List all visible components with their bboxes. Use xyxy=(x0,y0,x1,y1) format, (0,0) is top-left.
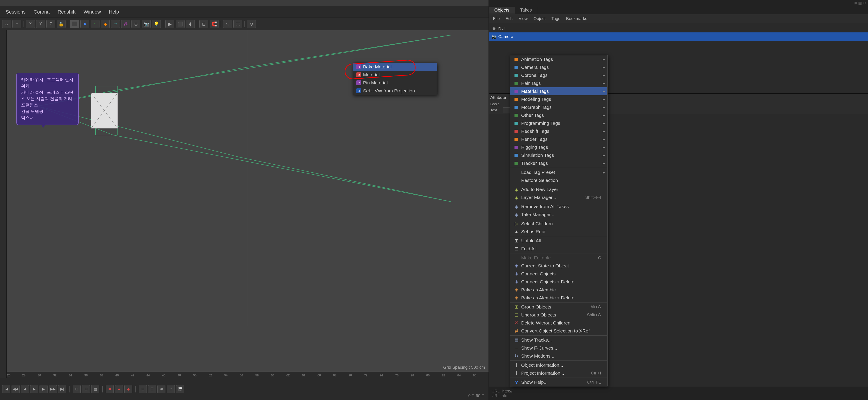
cm-rigging-tags[interactable]: Rigging Tags xyxy=(510,143,607,151)
cm-ungroup-objects[interactable]: ⊟ Ungroup Objects Shift+G xyxy=(510,311,607,319)
sm-set-uvw[interactable]: U Set UVW from Projection... xyxy=(353,87,437,95)
timeline-auto-btn[interactable]: ● xyxy=(115,385,123,393)
timeline-start-btn[interactable]: |◀ xyxy=(2,385,10,393)
cm-make-editable[interactable]: Make Editable C xyxy=(510,254,607,262)
cm-show-help[interactable]: ? Show Help... Ctrl+F1 xyxy=(510,378,607,386)
toolbar-lock-btn[interactable]: 🔒 xyxy=(57,20,65,28)
timeline-snap-btn[interactable]: ⊕ xyxy=(157,385,165,393)
timeline-anim-btn[interactable]: 🎬 xyxy=(176,385,184,393)
menu-corona[interactable]: Corona xyxy=(30,8,53,16)
objects-menu-tags[interactable]: Tags xyxy=(549,16,562,22)
toolbar-z-btn[interactable]: Z xyxy=(46,20,55,28)
toolbar-mode-btn[interactable]: ⬚ xyxy=(234,20,242,28)
cm-group-objects[interactable]: ⊞ Group Objects Alt+G xyxy=(510,303,607,311)
toolbar-render-btn[interactable]: ▶ xyxy=(165,20,174,28)
tab-takes[interactable]: Takes xyxy=(515,7,537,13)
timeline-record-btn[interactable]: ⏺ xyxy=(106,385,114,393)
object-item-null[interactable]: ⊕ Null xyxy=(489,24,868,32)
timeline-mode2-btn[interactable]: ⊟ xyxy=(82,385,90,393)
toolbar-render3-btn[interactable]: ⧫ xyxy=(186,20,195,28)
cm-bake-alembic[interactable]: ◈ Bake as Alembic xyxy=(510,286,607,294)
cm-tracker-tags[interactable]: Tracker Tags xyxy=(510,159,607,167)
timeline-play-btn[interactable]: ▶ xyxy=(30,385,38,393)
cm-camera-tags[interactable]: Camera Tags xyxy=(510,63,607,71)
cm-convert-obj-sel[interactable]: ⇄ Convert Object Selection to XRef xyxy=(510,327,607,335)
timeline-extra-btn[interactable]: ⊙ xyxy=(167,385,175,393)
toolbar-null-btn[interactable]: ⬛ xyxy=(70,20,79,28)
objects-menu-file[interactable]: File xyxy=(491,16,502,22)
cm-material-tags[interactable]: Material Tags xyxy=(510,87,607,95)
cm-load-tag-preset[interactable]: Load Tag Preset xyxy=(510,168,607,176)
cm-hair-tags[interactable]: Hair Tags xyxy=(510,79,607,87)
toolbar-render2-btn[interactable]: ⬛ xyxy=(176,20,185,28)
toolbar-camera-btn[interactable]: 📷 xyxy=(142,20,151,28)
toolbar-deform-btn[interactable]: ≋ xyxy=(111,20,120,28)
toolbar-field-btn[interactable]: ⊕ xyxy=(131,20,140,28)
timeline-prev-btn[interactable]: ◀◀ xyxy=(11,385,20,393)
toolbar-spline-btn[interactable]: ~ xyxy=(91,20,99,28)
rp-icon2[interactable]: ▤ xyxy=(858,1,862,5)
menu-sessions[interactable]: Sessions xyxy=(2,8,29,16)
cm-bake-alembic-delete[interactable]: ◈ Bake as Alembic + Delete xyxy=(510,294,607,302)
cm-show-fcurves[interactable]: ~ Show F-Curves... xyxy=(510,344,607,352)
cm-set-as-root[interactable]: ▲ Set as Root xyxy=(510,228,607,236)
cm-object-info[interactable]: ℹ Object Information... xyxy=(510,361,607,369)
toolbar-snap-btn[interactable]: 🧲 xyxy=(210,20,218,28)
cm-connect-objects[interactable]: ⊕ Connect Objects xyxy=(510,270,607,278)
sm-material[interactable]: M Material xyxy=(353,71,437,79)
menu-redshift[interactable]: Redshift xyxy=(54,8,79,16)
toolbar-select-btn[interactable]: ↖ xyxy=(223,20,232,28)
toolbar-light-btn[interactable]: 💡 xyxy=(152,20,161,28)
sm-pin-material[interactable]: P Pin Material xyxy=(353,79,437,87)
timeline-nextframe-btn[interactable]: ▶ xyxy=(39,385,48,393)
sm-bake-material[interactable]: B Bake Material xyxy=(353,63,437,71)
objects-menu-view[interactable]: View xyxy=(516,16,530,22)
cm-add-to-new-layer[interactable]: ◈ Add to New Layer xyxy=(510,185,607,193)
attr-tab-attribute[interactable]: Attribute xyxy=(490,95,506,100)
cm-render-tags[interactable]: Render Tags xyxy=(510,135,607,143)
menu-help[interactable]: Help xyxy=(105,8,122,16)
menu-window[interactable]: Window xyxy=(80,8,104,16)
timeline-layer-btn[interactable]: ☰ xyxy=(148,385,156,393)
cm-layer-manager[interactable]: ◈ Layer Manager... Shift+F4 xyxy=(510,193,607,202)
toolbar-polygon-btn[interactable]: ◆ xyxy=(101,20,110,28)
cm-redshift-tags[interactable]: Redshift Tags xyxy=(510,127,607,135)
cm-take-manager[interactable]: ◈ Take Manager... xyxy=(510,211,607,219)
cm-simulation-tags[interactable]: Simulation Tags xyxy=(510,151,607,159)
rp-icon3[interactable]: ⊙ xyxy=(863,1,866,5)
cm-show-tracks[interactable]: ▤ Show Tracks... xyxy=(510,336,607,344)
timeline-prevframe-btn[interactable]: ◀ xyxy=(21,385,29,393)
toolbar-add-btn[interactable]: + xyxy=(12,20,21,28)
cm-delete-without-children[interactable]: ✕ Delete Without Children xyxy=(510,319,607,327)
cm-other-tags[interactable]: Other Tags xyxy=(510,111,607,119)
cm-mograph-tags[interactable]: MoGraph Tags xyxy=(510,103,607,111)
cm-animation-tags[interactable]: Animation Tags xyxy=(510,55,607,63)
cm-show-motions[interactable]: ↻ Show Motions... xyxy=(510,352,607,360)
toolbar-eff-btn[interactable]: ⁂ xyxy=(121,20,130,28)
toolbar-sphere-btn[interactable]: ● xyxy=(81,20,89,28)
toolbar-extra-btn[interactable]: ⊙ xyxy=(247,20,256,28)
cm-fold-all[interactable]: ⊟ Fold All xyxy=(510,245,607,253)
cm-current-state-object[interactable]: ◈ Current State to Object xyxy=(510,262,607,270)
object-item-camera[interactable]: 📷 Camera xyxy=(489,32,868,41)
toolbar-x-btn[interactable]: X xyxy=(26,20,35,28)
timeline-key-btn[interactable]: ◆ xyxy=(124,385,132,393)
toolbar-home-btn[interactable]: ⌂ xyxy=(2,20,11,28)
timeline-next-btn[interactable]: ▶▶ xyxy=(49,385,57,393)
objects-menu-bookmarks[interactable]: Bookmarks xyxy=(564,16,589,22)
cm-modeling-tags[interactable]: Modeling Tags xyxy=(510,95,607,103)
cm-programming-tags[interactable]: Programming Tags xyxy=(510,119,607,127)
timeline-end-btn[interactable]: ▶| xyxy=(58,385,66,393)
objects-menu-object[interactable]: Object xyxy=(531,16,548,22)
timeline-mode1-btn[interactable]: ⊞ xyxy=(72,385,81,393)
timeline-mode3-btn[interactable]: ▤ xyxy=(91,385,99,393)
timeline-frame-btn[interactable]: ⊞ xyxy=(139,385,147,393)
cm-restore-selection[interactable]: Restore Selection xyxy=(510,176,607,184)
cm-project-info[interactable]: ℹ Project Information... Ctrl+I xyxy=(510,369,607,377)
cm-connect-objects-delete[interactable]: ⊕ Connect Objects + Delete xyxy=(510,278,607,286)
cm-unfold-all[interactable]: ⊞ Unfold All xyxy=(510,237,607,245)
tab-objects[interactable]: Objects xyxy=(489,7,515,13)
rp-icon1[interactable]: ⊞ xyxy=(854,1,857,5)
cm-select-children[interactable]: ▷ Select Children xyxy=(510,220,607,228)
cm-corona-tags[interactable]: Corona Tags xyxy=(510,71,607,79)
